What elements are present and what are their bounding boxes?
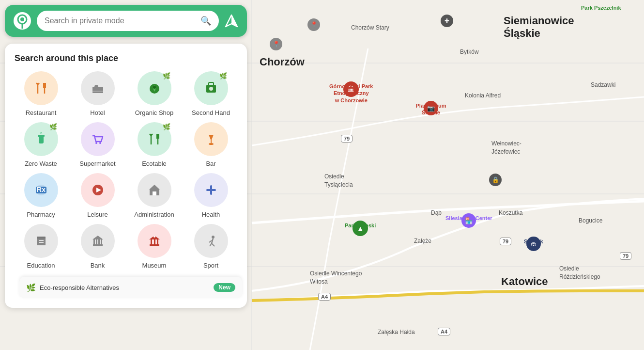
category-label-zerowaste: Zero Waste: [25, 160, 57, 167]
category-item-organic[interactable]: 🌿Organic Shop: [128, 71, 181, 116]
category-item-health[interactable]: Health: [184, 173, 237, 218]
eco-badge-icon: 🌿: [219, 72, 227, 80]
svg-point-23: [99, 142, 101, 144]
svg-rect-42: [93, 244, 103, 246]
poi-ethnographic-park: 🏛 Górnośląski ParkEtnograficznyw Chorzow…: [329, 81, 373, 104]
poi-silesia-city: 🏪 Silesia City Center: [445, 213, 492, 222]
svg-point-53: [153, 236, 155, 238]
category-item-bar[interactable]: Bar: [184, 122, 237, 167]
category-label-ecotable: Ecotable: [142, 160, 167, 167]
category-label-bar: Bar: [206, 160, 215, 167]
eco-badge-icon: 🌿: [49, 123, 57, 130]
search-input[interactable]: [45, 16, 197, 25]
bottom-bar[interactable]: 🌿 Eco-responsible Alternatives New: [19, 277, 242, 298]
svg-rect-39: [37, 237, 46, 239]
category-icon-sport: [194, 224, 228, 258]
category-item-leisure[interactable]: Leisure: [71, 173, 124, 218]
category-label-pharmacy: Pharmacy: [27, 211, 55, 218]
category-item-pharmacy[interactable]: RxPharmacy: [15, 173, 67, 218]
svg-rect-46: [101, 239, 102, 244]
svg-rect-44: [96, 239, 97, 244]
svg-rect-21: [38, 135, 45, 137]
badge-79-1: 79: [341, 135, 353, 143]
category-item-education[interactable]: Education: [15, 224, 67, 269]
svg-line-58: [212, 243, 215, 246]
svg-text:Rx: Rx: [37, 186, 46, 193]
category-item-hotel[interactable]: Hotel: [71, 71, 124, 116]
category-label-education: Education: [27, 262, 55, 269]
category-icon-hotel: [81, 71, 115, 105]
svg-rect-37: [206, 189, 216, 191]
svg-point-19: [209, 87, 213, 91]
svg-rect-50: [154, 239, 155, 244]
svg-rect-45: [98, 239, 100, 244]
category-label-supermarket: Supermarket: [79, 160, 115, 167]
category-icon-zerowaste: 🌿: [24, 122, 58, 156]
category-item-administration[interactable]: Administration: [128, 173, 181, 218]
category-item-museum[interactable]: Museum: [128, 224, 181, 269]
panel-title: Search around this place: [15, 53, 237, 64]
search-icon: 🔍: [200, 16, 211, 26]
category-icon-administration: [138, 173, 171, 207]
category-label-secondhand: Second Hand: [192, 109, 230, 116]
map-pin-2: 📍: [270, 38, 282, 50]
category-label-health: Health: [202, 211, 220, 218]
eco-badge-icon: 🌿: [163, 72, 170, 80]
category-icon-supermarket: [81, 122, 115, 156]
svg-rect-20: [39, 136, 44, 143]
svg-rect-48: [150, 244, 159, 246]
svg-line-56: [209, 240, 212, 242]
map-pin-1: 📍: [307, 18, 320, 31]
svg-point-27: [209, 143, 214, 145]
category-label-sport: Sport: [203, 262, 218, 269]
category-label-leisure: Leisure: [87, 211, 108, 218]
svg-marker-47: [92, 236, 103, 239]
category-icon-pharmacy: Rx: [24, 173, 58, 207]
eco-alternatives-text: Eco-responsible Alternatives: [40, 284, 210, 291]
category-item-ecotable[interactable]: 🌿Ecotable: [128, 122, 181, 167]
svg-point-54: [212, 236, 215, 239]
category-icon-museum: [138, 224, 171, 258]
svg-line-57: [210, 243, 212, 246]
category-grid: RestaurantHotel🌿Organic Shop🌿Second Hand…: [15, 71, 237, 269]
category-icon-restaurant: [24, 71, 58, 105]
badge-a4-1: A4: [318, 293, 331, 301]
category-item-restaurant[interactable]: Restaurant: [15, 71, 67, 116]
map-pin-3: ✚: [441, 15, 453, 27]
badge-a4-2: A4: [438, 328, 450, 335]
category-icon-leisure: [81, 173, 115, 207]
category-icon-education: [24, 224, 58, 258]
category-icon-bar: [194, 122, 228, 156]
category-item-sport[interactable]: Sport: [184, 224, 237, 269]
category-item-zerowaste[interactable]: 🌿Zero Waste: [15, 122, 67, 167]
svg-rect-15: [92, 91, 103, 92]
svg-rect-35: [153, 191, 156, 195]
svg-rect-38: [37, 238, 46, 245]
eco-badge-icon: 🌿: [163, 123, 170, 130]
category-icon-organic: 🌿: [138, 71, 171, 105]
new-badge: New: [214, 283, 235, 292]
map-pin-security: 🔒: [489, 174, 502, 186]
svg-marker-34: [149, 185, 160, 190]
svg-rect-51: [157, 239, 158, 244]
category-item-supermarket[interactable]: Supermarket: [71, 122, 124, 167]
badge-79-3: 79: [620, 252, 631, 260]
svg-line-55: [212, 239, 213, 243]
category-label-organic: Organic Shop: [135, 109, 174, 116]
navigation-icon[interactable]: [224, 13, 239, 29]
poi-spodek: 🏟 Spodek: [524, 237, 543, 245]
category-item-bank[interactable]: Bank: [71, 224, 124, 269]
category-icon-health: [194, 173, 228, 207]
poi-park-zaleski: ▲ Park Załęski: [345, 221, 376, 229]
search-input-wrapper[interactable]: 🔍: [37, 11, 219, 31]
svg-rect-43: [93, 239, 95, 244]
poi-planetarium: 📷 Planetarium Śląskie: [407, 101, 455, 116]
category-icon-ecotable: 🌿: [138, 122, 171, 156]
svg-point-17: [153, 86, 156, 89]
eco-leaf-icon: 🌿: [26, 283, 36, 292]
category-item-secondhand[interactable]: 🌿Second Hand: [184, 71, 237, 116]
category-label-administration: Administration: [134, 211, 174, 218]
category-icon-bank: [81, 224, 115, 258]
category-icon-secondhand: 🌿: [194, 71, 228, 105]
category-label-restaurant: Restaurant: [26, 109, 57, 116]
